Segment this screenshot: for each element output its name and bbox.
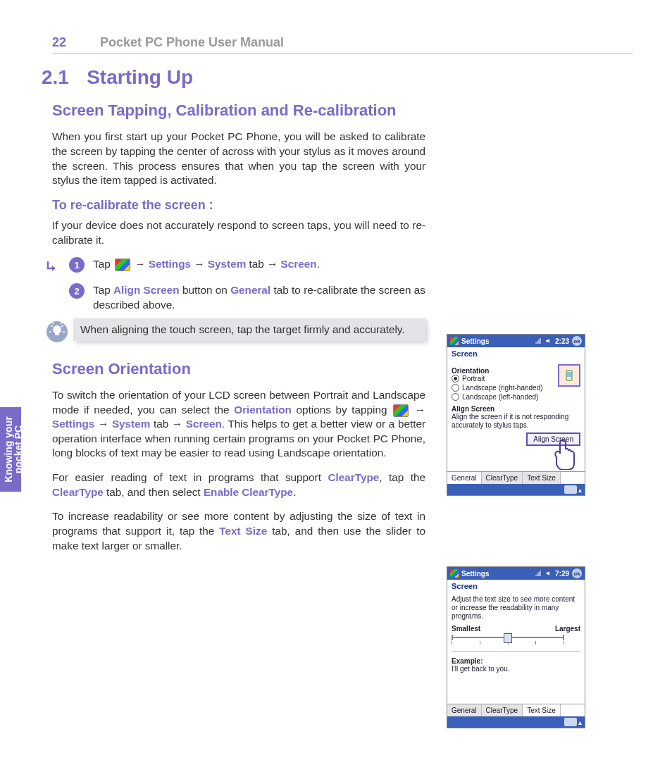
tapping-hand-icon bbox=[549, 437, 578, 470]
speaker-icon bbox=[545, 570, 552, 577]
page-header: 22 Pocket PC Phone User Manual bbox=[52, 35, 633, 54]
slider-thumb-icon bbox=[504, 633, 512, 643]
tab-textsize: Text Size bbox=[523, 472, 561, 484]
procedure-arrow-icon bbox=[45, 257, 69, 278]
recalibrate-intro: If your device does not accurately respo… bbox=[52, 218, 425, 247]
start-flag-icon bbox=[450, 569, 459, 578]
screenshot1-tabs: General ClearType Text Size bbox=[447, 471, 585, 484]
section-number: 2.1 bbox=[42, 66, 84, 89]
calibration-intro: When you first start up your Pocket PC P… bbox=[52, 130, 425, 188]
smallest-label: Smallest bbox=[452, 625, 480, 633]
align-screen-label: Align Screen bbox=[452, 405, 580, 413]
screenshot-textsize: Settings 7:29 ok Screen Adjust the text … bbox=[447, 566, 585, 728]
tab-general: General bbox=[447, 472, 482, 484]
screenshot1-bottombar: ▴ bbox=[447, 484, 585, 495]
orientation-para3: To increase readability or see more cont… bbox=[52, 509, 425, 553]
screenshot-orientation: Settings 2:23 ok Screen Orientation Port… bbox=[447, 334, 585, 496]
page-number: 22 bbox=[52, 35, 66, 50]
speaker-icon bbox=[545, 337, 552, 344]
tab-cleartype: ClearType bbox=[482, 472, 523, 484]
largest-label: Largest bbox=[555, 625, 580, 633]
tab-general: General bbox=[447, 704, 482, 716]
screenshot1-titlebar: Settings 2:23 ok bbox=[447, 335, 585, 347]
ok-button-icon: ok bbox=[572, 336, 582, 346]
example-text: I'll get back to you. bbox=[452, 665, 580, 673]
screenshot2-title: Settings bbox=[461, 570, 489, 578]
radio-selected-icon bbox=[452, 375, 459, 382]
signal-icon bbox=[535, 570, 542, 577]
tab-cleartype: ClearType bbox=[482, 704, 523, 716]
step-1-text: Tap → Settings → System tab → Screen. bbox=[93, 257, 425, 272]
calibration-heading: Screen Tapping, Calibration and Re-calib… bbox=[52, 101, 425, 120]
windows-flag-icon bbox=[393, 404, 409, 417]
tab-textsize: Text Size bbox=[523, 704, 561, 716]
step-1-badge: 1 bbox=[69, 257, 85, 273]
ok-button-icon: ok bbox=[572, 568, 582, 578]
chapter-side-tab: Knowing your pocket PC bbox=[0, 407, 21, 492]
screenshot2-time: 7:29 bbox=[555, 570, 569, 578]
orientation-para2: For easier reading of text in programs t… bbox=[52, 471, 425, 499]
textsize-slider bbox=[452, 637, 564, 638]
screenshot1-app-header: Screen bbox=[447, 347, 585, 360]
keyboard-icon bbox=[564, 718, 577, 726]
align-desc: Align the screen if it is not responding… bbox=[452, 413, 580, 430]
screenshot2-app-header: Screen bbox=[447, 580, 585, 592]
screenshot1-title: Settings bbox=[461, 337, 489, 345]
keyboard-icon bbox=[564, 485, 577, 494]
recalibrate-heading: To re-calibrate the screen : bbox=[52, 198, 425, 213]
orientation-thumb-icon bbox=[558, 364, 580, 387]
lightbulb-tip-icon bbox=[45, 320, 73, 346]
screenshot1-time: 2:23 bbox=[555, 337, 569, 345]
windows-flag-icon bbox=[115, 259, 130, 271]
step-2-badge: 2 bbox=[69, 283, 85, 299]
signal-icon bbox=[535, 337, 542, 344]
textsize-desc: Adjust the text size to see more content… bbox=[452, 595, 580, 621]
radio-icon bbox=[452, 384, 459, 392]
step-2-text: Tap Align Screen button on General tab t… bbox=[93, 283, 425, 312]
tip-box: When aligning the touch screen, tap the … bbox=[45, 318, 425, 346]
screenshot2-bottombar: ▴ bbox=[447, 716, 585, 728]
orientation-heading: Screen Orientation bbox=[52, 360, 425, 378]
section-heading: 2.1 Starting Up bbox=[52, 66, 425, 89]
radio-icon bbox=[452, 393, 459, 401]
doc-title: Pocket PC Phone User Manual bbox=[100, 35, 284, 50]
radio-landscape-left: Landscape (left-handed) bbox=[452, 393, 580, 401]
tip-text: When aligning the touch screen, tap the … bbox=[73, 318, 425, 342]
start-flag-icon bbox=[450, 337, 459, 345]
screenshot2-tabs: General ClearType Text Size bbox=[447, 704, 585, 716]
step-1-row: 1 Tap → Settings → System tab → Screen. bbox=[45, 257, 425, 278]
screenshot2-titlebar: Settings 7:29 ok bbox=[447, 567, 585, 580]
section-title: Starting Up bbox=[87, 66, 193, 88]
step-2-row: 2 Tap Align Screen button on General tab… bbox=[45, 283, 425, 312]
svg-rect-2 bbox=[567, 372, 571, 377]
example-label: Example: bbox=[452, 657, 580, 665]
orientation-para1: To switch the orientation of your LCD sc… bbox=[52, 388, 425, 461]
side-tab-line2: pocket PC bbox=[13, 425, 24, 473]
